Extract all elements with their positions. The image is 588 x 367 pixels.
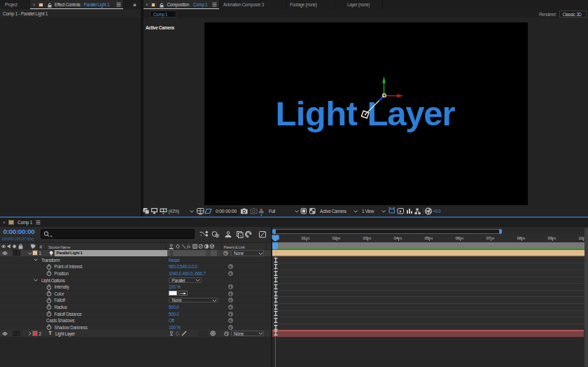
svg-text:Source Name: Source Name [48,244,71,249]
svg-text:fx: fx [187,244,190,249]
svg-text:#: # [40,244,43,249]
svg-text:Parent & Link: Parent & Link [224,244,246,249]
